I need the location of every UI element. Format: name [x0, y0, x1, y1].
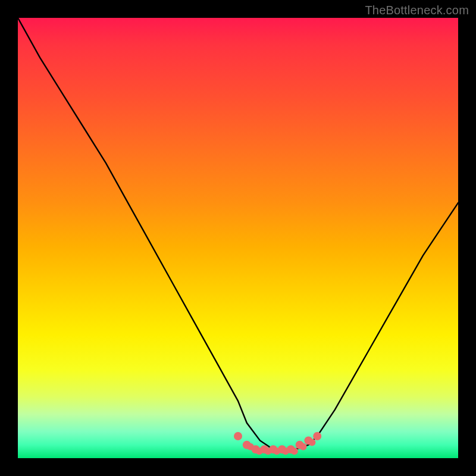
highlight-dot [282, 447, 289, 455]
highlight-dot [260, 445, 268, 453]
bottleneck-curve-svg [18, 18, 458, 458]
highlight-dot [252, 445, 260, 453]
highlight-dot [264, 447, 271, 455]
highlight-dot [278, 445, 286, 453]
highlight-dot [234, 432, 242, 440]
highlight-dots [234, 432, 321, 455]
highlight-dot [304, 436, 312, 444]
highlight-dot [291, 447, 298, 455]
highlight-dot [243, 441, 251, 449]
highlight-dot [296, 441, 304, 449]
bottleneck-curve [18, 18, 458, 449]
highlight-dot [287, 445, 295, 453]
highlight-dot [300, 443, 307, 450]
highlight-dot [273, 447, 280, 455]
plot-area [18, 18, 458, 458]
chart-frame: TheBottleneck.com [0, 0, 476, 476]
highlight-dot [313, 432, 321, 440]
highlight-dot [308, 439, 315, 446]
highlight-dot [269, 445, 277, 453]
highlight-dot [256, 447, 263, 455]
highlight-dot [247, 443, 254, 450]
watermark-text: TheBottleneck.com [365, 4, 469, 17]
